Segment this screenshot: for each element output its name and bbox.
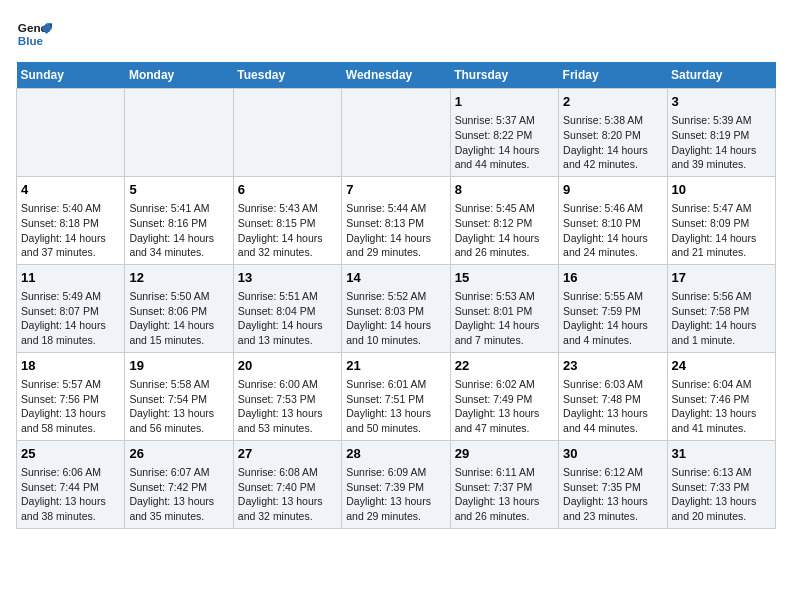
- calendar-cell: 24Sunrise: 6:04 AM Sunset: 7:46 PM Dayli…: [667, 352, 775, 440]
- calendar-cell: 11Sunrise: 5:49 AM Sunset: 8:07 PM Dayli…: [17, 264, 125, 352]
- day-info: Sunrise: 5:55 AM Sunset: 7:59 PM Dayligh…: [563, 289, 662, 348]
- day-number: 25: [21, 445, 120, 463]
- calendar-cell: 28Sunrise: 6:09 AM Sunset: 7:39 PM Dayli…: [342, 440, 450, 528]
- calendar-cell: 31Sunrise: 6:13 AM Sunset: 7:33 PM Dayli…: [667, 440, 775, 528]
- day-number: 8: [455, 181, 554, 199]
- logo: General Blue: [16, 16, 58, 52]
- day-number: 20: [238, 357, 337, 375]
- calendar-week-1: 1Sunrise: 5:37 AM Sunset: 8:22 PM Daylig…: [17, 89, 776, 177]
- day-number: 18: [21, 357, 120, 375]
- day-info: Sunrise: 6:00 AM Sunset: 7:53 PM Dayligh…: [238, 377, 337, 436]
- day-info: Sunrise: 5:51 AM Sunset: 8:04 PM Dayligh…: [238, 289, 337, 348]
- day-header-wednesday: Wednesday: [342, 62, 450, 89]
- day-info: Sunrise: 5:52 AM Sunset: 8:03 PM Dayligh…: [346, 289, 445, 348]
- calendar-cell: 30Sunrise: 6:12 AM Sunset: 7:35 PM Dayli…: [559, 440, 667, 528]
- calendar-cell: 5Sunrise: 5:41 AM Sunset: 8:16 PM Daylig…: [125, 176, 233, 264]
- day-info: Sunrise: 6:06 AM Sunset: 7:44 PM Dayligh…: [21, 465, 120, 524]
- day-info: Sunrise: 5:41 AM Sunset: 8:16 PM Dayligh…: [129, 201, 228, 260]
- day-info: Sunrise: 6:12 AM Sunset: 7:35 PM Dayligh…: [563, 465, 662, 524]
- day-number: 15: [455, 269, 554, 287]
- day-info: Sunrise: 5:39 AM Sunset: 8:19 PM Dayligh…: [672, 113, 771, 172]
- day-header-saturday: Saturday: [667, 62, 775, 89]
- day-info: Sunrise: 6:07 AM Sunset: 7:42 PM Dayligh…: [129, 465, 228, 524]
- calendar-cell: 22Sunrise: 6:02 AM Sunset: 7:49 PM Dayli…: [450, 352, 558, 440]
- day-info: Sunrise: 5:57 AM Sunset: 7:56 PM Dayligh…: [21, 377, 120, 436]
- day-number: 19: [129, 357, 228, 375]
- day-info: Sunrise: 5:50 AM Sunset: 8:06 PM Dayligh…: [129, 289, 228, 348]
- calendar-cell: [233, 89, 341, 177]
- day-number: 2: [563, 93, 662, 111]
- calendar-cell: 14Sunrise: 5:52 AM Sunset: 8:03 PM Dayli…: [342, 264, 450, 352]
- calendar-cell: [125, 89, 233, 177]
- day-info: Sunrise: 5:53 AM Sunset: 8:01 PM Dayligh…: [455, 289, 554, 348]
- day-number: 26: [129, 445, 228, 463]
- day-info: Sunrise: 6:03 AM Sunset: 7:48 PM Dayligh…: [563, 377, 662, 436]
- calendar-cell: 3Sunrise: 5:39 AM Sunset: 8:19 PM Daylig…: [667, 89, 775, 177]
- calendar-cell: 25Sunrise: 6:06 AM Sunset: 7:44 PM Dayli…: [17, 440, 125, 528]
- day-info: Sunrise: 6:01 AM Sunset: 7:51 PM Dayligh…: [346, 377, 445, 436]
- day-number: 27: [238, 445, 337, 463]
- calendar-cell: 21Sunrise: 6:01 AM Sunset: 7:51 PM Dayli…: [342, 352, 450, 440]
- day-info: Sunrise: 5:38 AM Sunset: 8:20 PM Dayligh…: [563, 113, 662, 172]
- calendar-cell: 15Sunrise: 5:53 AM Sunset: 8:01 PM Dayli…: [450, 264, 558, 352]
- logo-icon: General Blue: [16, 16, 52, 52]
- day-number: 31: [672, 445, 771, 463]
- calendar-week-4: 18Sunrise: 5:57 AM Sunset: 7:56 PM Dayli…: [17, 352, 776, 440]
- calendar-cell: 27Sunrise: 6:08 AM Sunset: 7:40 PM Dayli…: [233, 440, 341, 528]
- calendar-cell: 8Sunrise: 5:45 AM Sunset: 8:12 PM Daylig…: [450, 176, 558, 264]
- day-info: Sunrise: 6:08 AM Sunset: 7:40 PM Dayligh…: [238, 465, 337, 524]
- calendar-cell: 26Sunrise: 6:07 AM Sunset: 7:42 PM Dayli…: [125, 440, 233, 528]
- day-info: Sunrise: 5:58 AM Sunset: 7:54 PM Dayligh…: [129, 377, 228, 436]
- calendar-week-5: 25Sunrise: 6:06 AM Sunset: 7:44 PM Dayli…: [17, 440, 776, 528]
- calendar-table: SundayMondayTuesdayWednesdayThursdayFrid…: [16, 62, 776, 529]
- day-number: 4: [21, 181, 120, 199]
- day-number: 1: [455, 93, 554, 111]
- day-number: 22: [455, 357, 554, 375]
- calendar-week-2: 4Sunrise: 5:40 AM Sunset: 8:18 PM Daylig…: [17, 176, 776, 264]
- day-header-monday: Monday: [125, 62, 233, 89]
- calendar-body: 1Sunrise: 5:37 AM Sunset: 8:22 PM Daylig…: [17, 89, 776, 529]
- calendar-cell: 16Sunrise: 5:55 AM Sunset: 7:59 PM Dayli…: [559, 264, 667, 352]
- day-number: 10: [672, 181, 771, 199]
- day-info: Sunrise: 5:44 AM Sunset: 8:13 PM Dayligh…: [346, 201, 445, 260]
- calendar-cell: 19Sunrise: 5:58 AM Sunset: 7:54 PM Dayli…: [125, 352, 233, 440]
- day-info: Sunrise: 5:47 AM Sunset: 8:09 PM Dayligh…: [672, 201, 771, 260]
- calendar-cell: 20Sunrise: 6:00 AM Sunset: 7:53 PM Dayli…: [233, 352, 341, 440]
- day-number: 23: [563, 357, 662, 375]
- day-number: 17: [672, 269, 771, 287]
- calendar-header-row: SundayMondayTuesdayWednesdayThursdayFrid…: [17, 62, 776, 89]
- day-number: 16: [563, 269, 662, 287]
- calendar-cell: 12Sunrise: 5:50 AM Sunset: 8:06 PM Dayli…: [125, 264, 233, 352]
- day-number: 3: [672, 93, 771, 111]
- day-info: Sunrise: 5:37 AM Sunset: 8:22 PM Dayligh…: [455, 113, 554, 172]
- day-info: Sunrise: 5:49 AM Sunset: 8:07 PM Dayligh…: [21, 289, 120, 348]
- day-info: Sunrise: 6:11 AM Sunset: 7:37 PM Dayligh…: [455, 465, 554, 524]
- day-info: Sunrise: 5:45 AM Sunset: 8:12 PM Dayligh…: [455, 201, 554, 260]
- day-number: 6: [238, 181, 337, 199]
- day-info: Sunrise: 5:46 AM Sunset: 8:10 PM Dayligh…: [563, 201, 662, 260]
- calendar-cell: 18Sunrise: 5:57 AM Sunset: 7:56 PM Dayli…: [17, 352, 125, 440]
- day-info: Sunrise: 6:09 AM Sunset: 7:39 PM Dayligh…: [346, 465, 445, 524]
- day-info: Sunrise: 5:40 AM Sunset: 8:18 PM Dayligh…: [21, 201, 120, 260]
- calendar-cell: 13Sunrise: 5:51 AM Sunset: 8:04 PM Dayli…: [233, 264, 341, 352]
- day-number: 14: [346, 269, 445, 287]
- day-number: 24: [672, 357, 771, 375]
- calendar-cell: 7Sunrise: 5:44 AM Sunset: 8:13 PM Daylig…: [342, 176, 450, 264]
- day-number: 28: [346, 445, 445, 463]
- svg-text:Blue: Blue: [18, 34, 44, 47]
- day-header-tuesday: Tuesday: [233, 62, 341, 89]
- day-info: Sunrise: 6:02 AM Sunset: 7:49 PM Dayligh…: [455, 377, 554, 436]
- calendar-cell: 29Sunrise: 6:11 AM Sunset: 7:37 PM Dayli…: [450, 440, 558, 528]
- calendar-cell: 23Sunrise: 6:03 AM Sunset: 7:48 PM Dayli…: [559, 352, 667, 440]
- calendar-cell: 1Sunrise: 5:37 AM Sunset: 8:22 PM Daylig…: [450, 89, 558, 177]
- calendar-week-3: 11Sunrise: 5:49 AM Sunset: 8:07 PM Dayli…: [17, 264, 776, 352]
- day-number: 11: [21, 269, 120, 287]
- day-number: 30: [563, 445, 662, 463]
- calendar-cell: 4Sunrise: 5:40 AM Sunset: 8:18 PM Daylig…: [17, 176, 125, 264]
- day-header-thursday: Thursday: [450, 62, 558, 89]
- day-number: 29: [455, 445, 554, 463]
- page-header: General Blue: [16, 16, 776, 52]
- day-header-friday: Friday: [559, 62, 667, 89]
- day-info: Sunrise: 5:56 AM Sunset: 7:58 PM Dayligh…: [672, 289, 771, 348]
- calendar-cell: 9Sunrise: 5:46 AM Sunset: 8:10 PM Daylig…: [559, 176, 667, 264]
